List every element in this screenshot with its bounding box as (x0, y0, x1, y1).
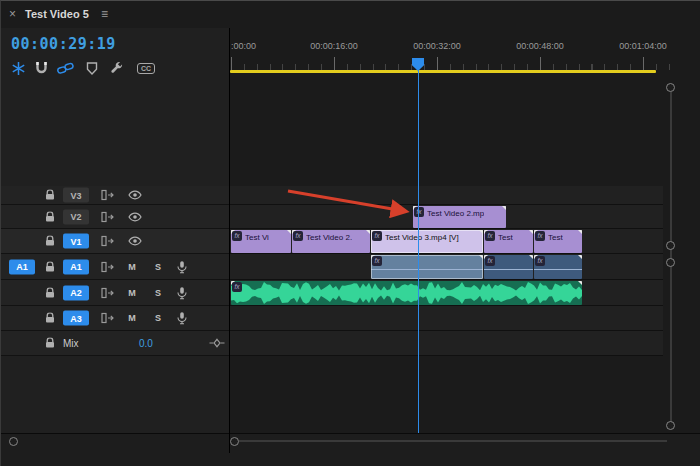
video-clip[interactable]: fx Test (484, 230, 533, 253)
sync-lock-icon[interactable] (101, 189, 115, 201)
timeline-settings-icon[interactable] (108, 60, 126, 76)
sync-lock-icon[interactable] (101, 312, 115, 324)
track-header-mix: Mix 0.0 (1, 331, 229, 356)
ruler-label: 00:00:16:00 (310, 41, 358, 51)
video-clip[interactable]: fx Test Video 2.mp (413, 206, 506, 228)
audio-waveform (231, 281, 582, 305)
video-clip[interactable]: fx Test Video 2. (292, 230, 370, 253)
panel-menu-icon[interactable]: ≡ (101, 7, 108, 21)
horizontal-scrollbar-track[interactable] (239, 440, 667, 442)
time-ruler[interactable] (229, 57, 673, 70)
clip-label: Test Video 2. (306, 234, 352, 242)
video-clip[interactable]: fx Test (534, 230, 582, 253)
track-target-v3[interactable]: V3 (63, 188, 89, 203)
solo-button[interactable]: S (151, 313, 165, 323)
track-target-v1[interactable]: V1 (63, 234, 89, 249)
sync-lock-icon[interactable] (101, 211, 115, 223)
lock-icon[interactable] (45, 287, 55, 298)
track-divider-handle-lower[interactable] (666, 258, 675, 267)
ruler-label: 00:01:04:00 (619, 41, 667, 51)
track-header-v3: V3 (1, 186, 229, 205)
audio-clip-selected[interactable]: fx (371, 255, 483, 279)
timeline-toolbar: CC (1, 58, 229, 78)
vertical-scroll-handle-top[interactable] (666, 83, 675, 92)
panel-title[interactable]: Test Video 5 (25, 8, 89, 20)
mic-icon[interactable] (177, 260, 187, 273)
mix-track-label: Mix (63, 338, 79, 349)
track-target-v2[interactable]: V2 (63, 209, 89, 224)
clip-label: Test (548, 234, 563, 242)
audio-clip[interactable]: fx (484, 255, 533, 279)
horizontal-scroll-handle[interactable] (230, 437, 239, 446)
panel-divider (229, 28, 230, 453)
nest-toggle-icon[interactable] (9, 60, 27, 76)
track-header-panel: 00:00:29:19 CC V3 (1, 28, 229, 433)
mute-button[interactable]: M (125, 262, 139, 272)
fx-badge-icon: fx (485, 256, 495, 266)
track-header-a1: A1 A1 M S (1, 254, 229, 280)
track-header-a2: A2 M S (1, 280, 229, 306)
header-scroll-handle[interactable] (9, 437, 18, 446)
ruler-label: 00:00:48:00 (516, 41, 564, 51)
playhead-line[interactable] (418, 58, 419, 433)
solo-button[interactable]: S (151, 288, 165, 298)
mute-button[interactable]: M (125, 313, 139, 323)
ruler-label: 00:00:32:00 (413, 41, 461, 51)
fx-badge-icon: fx (535, 256, 545, 266)
lock-icon[interactable] (45, 261, 55, 272)
lock-icon[interactable] (45, 338, 55, 349)
fx-badge-icon: fx (414, 207, 424, 217)
track-header-v2: V2 (1, 205, 229, 229)
lock-icon[interactable] (45, 313, 55, 324)
snap-magnet-icon[interactable] (32, 60, 50, 76)
video-clip-selected[interactable]: fx Test Video 3.mp4 [V] (371, 230, 483, 253)
ruler-label: :00:00 (231, 41, 256, 51)
work-area-bar[interactable] (230, 70, 656, 73)
solo-button[interactable]: S (151, 262, 165, 272)
audio-clip[interactable]: fx (534, 255, 582, 279)
mute-button[interactable]: M (125, 288, 139, 298)
track-divider-handle-upper[interactable] (666, 241, 675, 250)
keyframe-nav-icon[interactable] (209, 338, 225, 349)
timeline-lane-a3 (229, 306, 663, 331)
track-target-a1[interactable]: A1 (63, 259, 89, 274)
timeline-panel: × Test Video 5 ≡ 00:00:29:19 CC (0, 0, 700, 466)
close-icon[interactable]: × (9, 7, 16, 21)
linked-selection-icon[interactable] (56, 60, 74, 76)
mix-volume-value[interactable]: 0.0 (139, 338, 153, 349)
lock-icon[interactable] (45, 211, 55, 222)
vertical-scrollbar-track[interactable] (670, 92, 672, 422)
track-header-v1: V1 (1, 229, 229, 254)
sync-lock-icon[interactable] (101, 235, 115, 247)
eye-icon[interactable] (128, 236, 142, 246)
source-patch-a1[interactable]: A1 (9, 259, 35, 274)
fx-badge-icon: fx (372, 231, 382, 241)
vertical-scroll-handle-bottom[interactable] (666, 421, 675, 430)
mic-icon[interactable] (177, 286, 187, 299)
track-target-a3[interactable]: A3 (63, 311, 89, 326)
eye-icon[interactable] (128, 190, 142, 200)
audio-waveform-clip[interactable]: fx (231, 281, 582, 305)
clip-label: Test Vi (245, 234, 269, 242)
timecode-display[interactable]: 00:00:29:19 (11, 35, 116, 53)
fx-badge-icon: fx (232, 282, 242, 292)
eye-icon[interactable] (128, 212, 142, 222)
panel-tab-bar: × Test Video 5 ≡ (1, 1, 700, 29)
fx-badge-icon: fx (293, 231, 303, 241)
fx-badge-icon: fx (535, 231, 545, 241)
scrollbar-divider (1, 433, 700, 434)
clip-label: Test Video 3.mp4 [V] (385, 234, 459, 242)
lock-icon[interactable] (45, 236, 55, 247)
timeline-lane-v3 (229, 186, 663, 205)
mic-icon[interactable] (177, 312, 187, 325)
clip-label: Test Video 2.mp (427, 210, 484, 218)
captions-icon[interactable]: CC (137, 60, 155, 76)
sync-lock-icon[interactable] (101, 287, 115, 299)
add-marker-icon[interactable] (83, 60, 101, 76)
track-target-a2[interactable]: A2 (63, 285, 89, 300)
fx-badge-icon: fx (372, 256, 382, 266)
video-clip[interactable]: fx Test Vi (231, 230, 291, 253)
lock-icon[interactable] (45, 190, 55, 201)
sync-lock-icon[interactable] (101, 261, 115, 273)
fx-badge-icon: fx (485, 231, 495, 241)
